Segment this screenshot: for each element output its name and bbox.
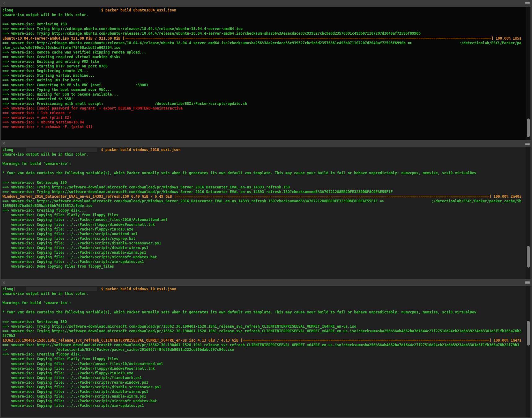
text-segment: 18362.30.190401-1528.19h1_release_svc_re… (2, 338, 242, 343)
text-segment: :/detectionlab/ESXi/Packer/pa (459, 41, 521, 45)
text-segment: vmware-iso: Copying files flatly from fl… (2, 213, 118, 217)
text-segment: vmware-iso: Copying file: ../../Packer/s… (2, 390, 148, 394)
terminal-line: vmware-iso: Done copying files from flop… (2, 264, 526, 269)
text-segment: vmware-iso: Copying file: ../../Packer/f… (2, 227, 133, 231)
scrollbar[interactable] (526, 147, 530, 279)
text-segment: 1055098d7ba8d2d635babf6bb76518512afbde.i… (2, 204, 93, 208)
text-segment: ==> vmware-iso: Typing the boot command … (2, 88, 112, 92)
scrollbar-thumb[interactable] (527, 119, 530, 137)
terminal-line: ==> vmware-iso: Creating required virtua… (2, 55, 526, 59)
terminal-line: ==> vmware-iso: https://software-downloa… (2, 343, 526, 347)
text-segment (101, 83, 136, 87)
text-segment: ==> vmware-iso: + awk {print $2} (2, 115, 71, 120)
text-segment (384, 199, 431, 203)
scrollbar-thumb[interactable] (527, 246, 530, 268)
text-segment: 2f79b3 (2, 334, 15, 338)
text-segment: vmware-iso: Done copying files from flop… (2, 264, 114, 269)
terminal-line: vmware-iso: Copying file: ../../Packer/s… (2, 250, 526, 255)
text-segment: ==> vmware-iso: + lsb_release -r (2, 111, 71, 115)
terminal-line: vmware-iso: Copying file: ../../Packer/f… (2, 366, 526, 371)
text-segment: ==> vmware-iso: + + echoawk -F. {print $… (2, 125, 93, 129)
terminal-line: Windows_Server_2016_Datacenter_EVAL_en-u… (2, 194, 526, 199)
close-icon[interactable]: ✕ (2, 141, 6, 145)
text-segment: vmware-iso: Copying file: ../../Packer/s… (2, 241, 161, 245)
text-segment: ==> vmware-iso: Trying http://cdimage.ub… (2, 31, 421, 36)
terminal-line: ==> vmware-iso: Trying http://cdimage.ub… (2, 27, 526, 31)
text-segment (7, 347, 56, 352)
text-segment: vmware-iso: Copying file: ../../Packer/s… (2, 232, 137, 236)
text-segment: $ packer build windows_2016_esxi.json (101, 148, 181, 152)
terminal-line: vmware-iso: Copying file: ../../Packer/a… (2, 362, 526, 366)
text-segment: ==> vmware-iso: Trying https://software-… (2, 329, 521, 333)
text-segment: Windows_Server_2016_Datacenter_EVAL_en-u… (2, 194, 176, 199)
terminal-line: vmware-iso output will be in this color. (2, 291, 526, 296)
terminal-line: clong| $ packer build windows_10_esxi.js… (2, 287, 526, 291)
terminal-line: ==> vmware-iso: Retrieving ISO (2, 22, 526, 27)
text-segment: ==> vmware-iso: [sudo] password for vagr… (2, 106, 183, 110)
text-segment: ] 100.00% 1m47s (489, 338, 521, 343)
text-segment: $ packer build ubuntu1804_esxi.json (101, 8, 176, 12)
close-icon[interactable]: ✕ (2, 281, 6, 285)
terminal-line: ==> vmware-iso: http://cdimage.ubuntu.co… (2, 41, 526, 45)
text-segment: ==> vmware-iso: Trying https://software-… (2, 190, 393, 194)
text-segment: ==> vmware-iso: Starting HTTP server on … (2, 64, 107, 68)
text-segment: ==> vmware-iso: Waiting for SSH to becom… (2, 92, 118, 97)
text-segment: ==> vmware-iso: Registering remote VM... (2, 69, 88, 73)
text-segment: ==> vmware-iso: Provisioning with shell … (2, 101, 103, 106)
hamburger-menu-icon[interactable] (525, 280, 530, 285)
hamburger-menu-icon[interactable] (525, 141, 530, 145)
terminal-line: vmware-iso: Copying file: ../../Packer/s… (2, 241, 526, 246)
text-segment: vmware-iso: Copying file: ../../Packer/s… (2, 403, 144, 408)
terminal-line (2, 17, 526, 22)
text-segment: ==> vmware-iso: Retrieving ISO (2, 320, 67, 324)
text-segment: ==> vmware-iso: Starting virtual machine… (2, 73, 95, 78)
hamburger-menu-icon[interactable] (525, 2, 530, 6)
terminal-line: cker_cache/e6d790e1cf0dcbca7fefef75468ac… (2, 45, 526, 50)
terminal-line: ==> vmware-iso: Trying https://software-… (2, 190, 526, 194)
terminal-line: vmware-iso: Copying file: ../../Packer/s… (2, 236, 526, 241)
text-segment (103, 101, 155, 106)
text-segment: ] 100.00% 2m40s (489, 194, 521, 199)
terminal-line: ==> vmware-iso: + awk {print $2} (2, 115, 526, 120)
terminal-line (2, 296, 526, 301)
terminal-line: vmware-iso: Copying file: ../../Packer/s… (2, 403, 526, 408)
text-segment: clong (2, 8, 13, 12)
scrollbar-thumb[interactable] (527, 321, 530, 346)
text-segment (412, 41, 459, 45)
text-segment: ==> vmware-iso: Creating floppy disk... (2, 208, 86, 213)
terminal-line (2, 315, 526, 320)
text-segment: ] 100.00% 1m5s (491, 36, 521, 41)
terminal-line: ==> vmware-iso: + ubuntu_version=18.04 (2, 120, 526, 125)
scrollbar[interactable] (526, 7, 530, 140)
terminal-line: vmware-iso: Copying file: ../../Packer/a… (2, 218, 526, 222)
terminal-line: Warnings for build 'vmware-iso': (2, 162, 526, 166)
text-segment: vmware-iso: Copying file: ../../Packer/s… (2, 376, 142, 380)
text-segment: ==> vmware-iso: https://software-downloa… (2, 199, 384, 203)
terminal-line: ==> vmware-iso: Retrieving ISO (2, 180, 526, 185)
text-segment: vmware-iso output will be in this color. (2, 13, 88, 17)
terminal-output: clong| $ packer build windows_10_esxi.js… (1, 286, 526, 418)
text-segment: ==> vmware-iso: Creating floppy disk... (2, 352, 86, 356)
titlebar: ✕ (0, 140, 532, 147)
terminal-line: ==> vmware-iso: Trying https://software-… (2, 324, 526, 329)
terminal-line: vmware-iso: Copying file: ../../Packer/s… (2, 246, 526, 250)
close-icon[interactable]: ✕ (2, 2, 6, 6)
text-segment: vmware-iso: Copying file: ../../Packer/s… (2, 399, 157, 403)
text-segment: :5900) (135, 83, 148, 87)
terminal-line: * Your vmx data contains the following v… (2, 171, 526, 175)
scrollbar[interactable] (526, 286, 530, 418)
terminal-line: ==> vmware-iso: Creating floppy disk... (2, 352, 526, 357)
text-segment: ========================================… (242, 338, 489, 343)
text-segment: clong (2, 287, 13, 291)
text-segment (13, 8, 101, 12)
text-segment: vmware-iso: Copying file: ../../Packer/s… (2, 255, 157, 259)
text-segment: => (2, 347, 7, 352)
terminal-line (2, 166, 526, 171)
terminal-line: ==> vmware-iso: Creating floppy disk... (2, 208, 526, 213)
text-segment (97, 148, 101, 152)
terminal-line: 1055098d7ba8d2d635babf6bb76518512afbde.i… (2, 204, 526, 208)
terminal-output: clong $ packer build ubuntu1804_esxi.jso… (1, 7, 526, 140)
terminal-line: ubuntu-18.04.4-server-amd64.iso 921.00 M… (2, 36, 526, 41)
text-segment: ==> vmware-iso: Trying https://software-… (2, 185, 290, 189)
text-segment (26, 148, 97, 152)
